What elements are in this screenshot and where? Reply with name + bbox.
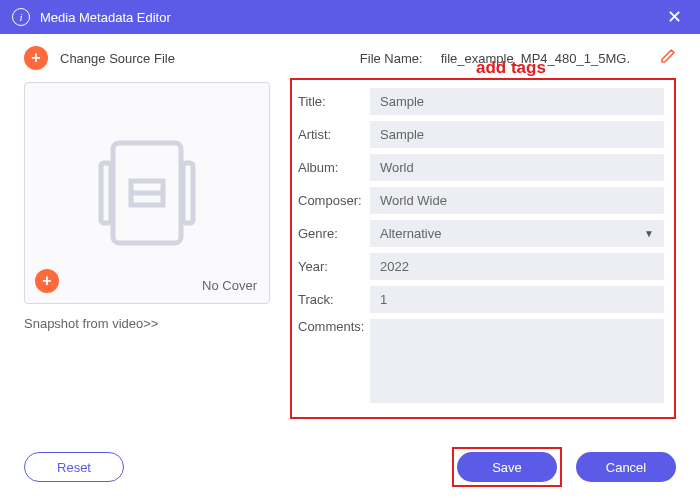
cover-placeholder-icon — [87, 133, 207, 253]
album-input[interactable] — [370, 154, 664, 181]
chevron-down-icon: ▼ — [644, 228, 654, 239]
year-label: Year: — [292, 259, 370, 274]
toolbar: + Change Source File File Name: file_exa… — [0, 34, 700, 82]
change-source-label[interactable]: Change Source File — [60, 51, 175, 66]
year-input[interactable] — [370, 253, 664, 280]
artist-input[interactable] — [370, 121, 664, 148]
genre-label: Genre: — [292, 226, 370, 241]
add-cover-button[interactable]: + — [35, 269, 59, 293]
add-source-button[interactable]: + — [24, 46, 48, 70]
reset-button[interactable]: Reset — [24, 452, 124, 482]
svg-rect-2 — [183, 163, 193, 223]
cancel-button[interactable]: Cancel — [576, 452, 676, 482]
close-icon[interactable]: ✕ — [661, 2, 688, 32]
save-button[interactable]: Save — [457, 452, 557, 482]
track-label: Track: — [292, 292, 370, 307]
composer-input[interactable] — [370, 187, 664, 214]
annotation-callout: add tags — [476, 58, 546, 78]
footer: Reset Save Cancel — [0, 447, 700, 487]
title-input[interactable] — [370, 88, 664, 115]
track-input[interactable] — [370, 286, 664, 313]
edit-filename-icon[interactable] — [660, 48, 676, 68]
genre-value: Alternative — [380, 226, 441, 241]
window-title: Media Metadata Editor — [40, 10, 661, 25]
snapshot-from-video-link[interactable]: Snapshot from video>> — [24, 316, 270, 331]
genre-select[interactable]: Alternative ▼ — [370, 220, 664, 247]
artist-label: Artist: — [292, 127, 370, 142]
save-annotation-box: Save — [452, 447, 562, 487]
metadata-form: add tags Title: Artist: Album: Composer:… — [290, 78, 676, 419]
no-cover-label: No Cover — [202, 278, 257, 293]
album-label: Album: — [292, 160, 370, 175]
cover-art-box: + No Cover — [24, 82, 270, 304]
composer-label: Composer: — [292, 193, 370, 208]
comments-input[interactable] — [370, 319, 664, 403]
info-icon: i — [12, 8, 30, 26]
titlebar: i Media Metadata Editor ✕ — [0, 0, 700, 34]
comments-label: Comments: — [292, 319, 370, 334]
title-label: Title: — [292, 94, 370, 109]
svg-rect-1 — [101, 163, 111, 223]
file-name-label: File Name: — [360, 51, 423, 66]
